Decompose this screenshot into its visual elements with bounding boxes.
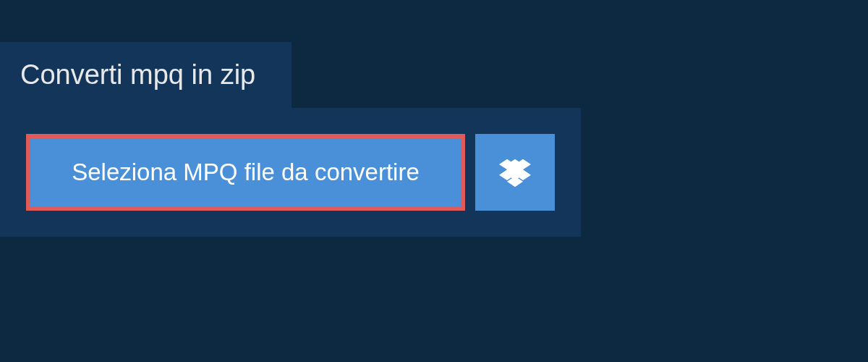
button-row: Seleziona MPQ file da convertire	[26, 134, 555, 211]
tab-header: Converti mpq in zip	[0, 42, 292, 108]
dropbox-icon	[499, 156, 531, 188]
content-panel: Seleziona MPQ file da convertire	[0, 108, 581, 237]
select-file-label: Seleziona MPQ file da convertire	[72, 159, 420, 186]
page-title: Converti mpq in zip	[20, 59, 255, 90]
select-file-button[interactable]: Seleziona MPQ file da convertire	[26, 134, 465, 211]
dropbox-button[interactable]	[475, 134, 555, 211]
